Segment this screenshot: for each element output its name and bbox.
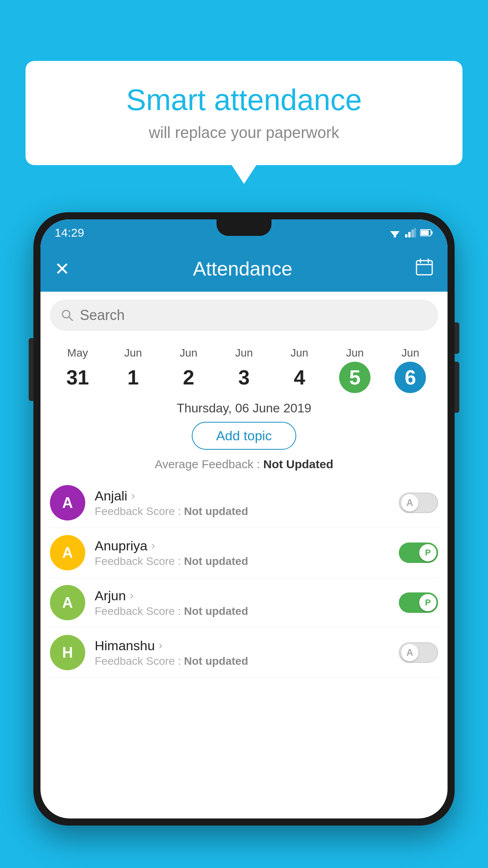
- student-name: Himanshu ›: [95, 638, 399, 653]
- attendance-toggle[interactable]: P: [399, 592, 438, 613]
- toggle-thumb: P: [419, 594, 437, 611]
- feedback-score: Feedback Score : Not updated: [95, 605, 399, 618]
- chevron-right-icon: ›: [131, 489, 135, 502]
- avg-feedback-value: Not Updated: [263, 458, 333, 471]
- phone-screen: 14:29: [40, 219, 448, 818]
- calendar-day[interactable]: Jun2: [161, 347, 216, 393]
- svg-rect-9: [421, 230, 429, 235]
- avatar: A: [50, 485, 85, 520]
- status-time: 14:29: [55, 226, 84, 239]
- phone-outer: 14:29: [33, 212, 455, 826]
- svg-rect-4: [408, 232, 411, 237]
- student-info: Anjali ›Feedback Score : Not updated: [95, 488, 399, 518]
- calendar-day[interactable]: Jun4: [272, 347, 327, 393]
- student-info: Himanshu ›Feedback Score : Not updated: [95, 638, 399, 668]
- phone-container: 14:29: [33, 212, 455, 868]
- feedback-score: Feedback Score : Not updated: [95, 655, 399, 668]
- calendar-day[interactable]: Jun6: [383, 347, 438, 393]
- calendar-day[interactable]: May31: [50, 347, 105, 393]
- student-info: Arjun ›Feedback Score : Not updated: [95, 588, 399, 618]
- calendar-date-number: 5: [339, 362, 371, 393]
- attendance-toggle[interactable]: A: [399, 493, 438, 513]
- calendar-date-number: 1: [117, 362, 149, 393]
- calendar-day[interactable]: Jun5: [327, 347, 383, 393]
- search-input[interactable]: [80, 307, 427, 324]
- chevron-right-icon: ›: [130, 589, 133, 602]
- avatar: A: [50, 535, 85, 570]
- svg-point-2: [394, 235, 396, 237]
- status-icons: [389, 228, 433, 237]
- search-icon: [61, 309, 73, 322]
- svg-line-15: [69, 317, 72, 320]
- avg-feedback-label: Average Feedback :: [155, 458, 260, 471]
- avatar: A: [50, 585, 85, 620]
- calendar-date-number: 31: [62, 362, 94, 393]
- calendar-month-label: Jun: [383, 347, 438, 359]
- svg-rect-3: [405, 234, 407, 237]
- phone-volume-up-button: [455, 322, 459, 354]
- student-item[interactable]: AAnjali ›Feedback Score : Not updatedA: [50, 478, 438, 528]
- student-list: AAnjali ›Feedback Score : Not updatedAAA…: [40, 478, 448, 678]
- student-info: Anupriya ›Feedback Score : Not updated: [95, 538, 399, 568]
- svg-rect-8: [431, 231, 433, 234]
- avg-feedback: Average Feedback : Not Updated: [40, 458, 448, 471]
- svg-rect-5: [411, 230, 414, 237]
- speech-bubble-container: Smart attendance will replace your paper…: [26, 61, 462, 165]
- calendar-date-number: 6: [394, 362, 426, 393]
- close-button[interactable]: ✕: [55, 258, 70, 280]
- student-item[interactable]: AArjun ›Feedback Score : Not updatedP: [50, 578, 438, 628]
- phone-volume-down-button: [455, 362, 459, 413]
- student-item[interactable]: HHimanshu ›Feedback Score : Not updatedA: [50, 628, 438, 678]
- phone-notch: [216, 219, 272, 236]
- student-name: Arjun ›: [95, 588, 399, 603]
- calendar-button[interactable]: [415, 258, 433, 280]
- app-bar-title: Attendance: [70, 257, 415, 280]
- calendar-day[interactable]: Jun3: [216, 347, 272, 393]
- battery-icon: [420, 229, 433, 237]
- calendar-row: May31Jun1Jun2Jun3Jun4Jun5Jun6: [40, 339, 448, 393]
- calendar-date-number: 3: [228, 362, 260, 393]
- chevron-right-icon: ›: [151, 539, 155, 552]
- attendance-toggle[interactable]: P: [399, 542, 438, 563]
- attendance-toggle[interactable]: A: [399, 642, 438, 663]
- avatar: H: [50, 635, 85, 670]
- svg-rect-6: [414, 228, 416, 237]
- feedback-score: Feedback Score : Not updated: [95, 505, 399, 518]
- calendar-date-number: 2: [173, 362, 204, 393]
- calendar-month-label: Jun: [161, 347, 216, 359]
- calendar-month-label: Jun: [272, 347, 327, 359]
- search-bar[interactable]: [50, 300, 438, 331]
- svg-rect-10: [416, 261, 432, 275]
- add-topic-button[interactable]: Add topic: [192, 422, 296, 450]
- calendar-day[interactable]: Jun1: [105, 347, 161, 393]
- speech-bubble: Smart attendance will replace your paper…: [26, 61, 462, 165]
- toggle-thumb: A: [401, 644, 418, 661]
- date-label: Thursday, 06 June 2019: [40, 401, 448, 416]
- app-bar: ✕ Attendance: [40, 246, 448, 292]
- bubble-title: Smart attendance: [49, 83, 439, 117]
- calendar-month-label: Jun: [327, 347, 383, 359]
- student-name: Anupriya ›: [95, 538, 399, 554]
- chevron-right-icon: ›: [159, 639, 162, 652]
- wifi-icon: [389, 228, 401, 237]
- calendar-date-number: 4: [284, 362, 315, 393]
- toggle-thumb: P: [419, 544, 437, 561]
- toggle-thumb: A: [401, 494, 418, 511]
- feedback-score: Feedback Score : Not updated: [95, 555, 399, 568]
- calendar-month-label: Jun: [105, 347, 161, 359]
- calendar-month-label: May: [50, 347, 105, 359]
- phone-power-button: [29, 338, 33, 401]
- signal-icon: [405, 228, 416, 237]
- student-name: Anjali ›: [95, 488, 399, 504]
- student-item[interactable]: AAnupriya ›Feedback Score : Not updatedP: [50, 528, 438, 578]
- bubble-subtitle: will replace your paperwork: [49, 124, 439, 142]
- calendar-month-label: Jun: [216, 347, 272, 359]
